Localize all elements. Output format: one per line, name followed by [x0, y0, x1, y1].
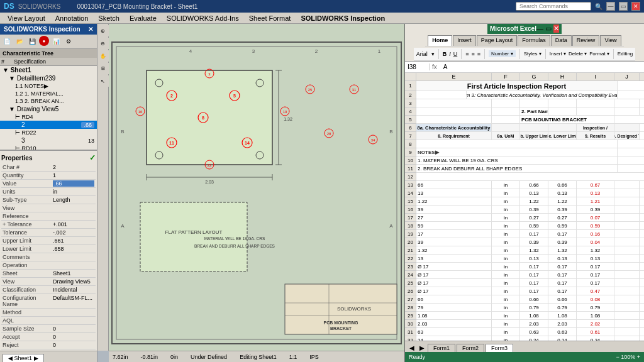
cell-3-h[interactable] [548, 99, 577, 107]
search-input[interactable] [516, 2, 591, 11]
tree-notes[interactable]: 1.1 NOTES▶ [0, 82, 97, 90]
align-left[interactable]: ≡ [465, 51, 469, 57]
cell-1-j[interactable] [618, 81, 644, 90]
excel-minimize[interactable]: — [536, 25, 543, 33]
cell-4-i[interactable] [577, 107, 614, 115]
sw-new-btn[interactable]: 📄 [1, 36, 13, 47]
ribbon-tab-data[interactable]: Data [551, 35, 572, 46]
underline-btn[interactable]: U [453, 51, 458, 57]
cell-5-i[interactable] [614, 116, 644, 123]
cell-styles[interactable]: Styles ▾ [524, 51, 541, 57]
val-59[interactable]: 59 [416, 222, 492, 229]
cell-3-i[interactable] [577, 99, 614, 107]
ribbon-tab-review[interactable]: Review [572, 35, 600, 46]
cell-10-j[interactable] [618, 165, 644, 172]
minimize-button[interactable]: — [606, 2, 615, 11]
cell-3-j[interactable] [614, 99, 640, 107]
sheet-nav-right[interactable]: ▶ [418, 344, 426, 352]
align-right[interactable]: ≡ [477, 51, 480, 57]
close-button[interactable]: ✕ [631, 2, 640, 11]
select-btn[interactable]: ↖ [97, 75, 109, 87]
restore-button[interactable]: ▭ [619, 2, 628, 11]
sw-balloon-btn[interactable]: ● [39, 36, 49, 46]
delete-btn[interactable]: Delete ▾ [569, 51, 587, 57]
menu-sw-inspection[interactable]: SOLIDWORKS Inspection [296, 13, 390, 24]
ribbon-tab-pagelayout[interactable]: Page Layout [477, 35, 518, 46]
val-o17d[interactable]: Ø 17 [416, 287, 492, 295]
tree-item-2[interactable]: 2 .66 [0, 121, 97, 129]
sw-export-btn[interactable]: 📊 [50, 36, 62, 47]
cell-3-f[interactable] [492, 99, 520, 107]
cell-3-e[interactable] [416, 99, 492, 107]
cell-4-f[interactable] [492, 107, 520, 115]
val-66[interactable]: 66 [416, 181, 492, 189]
cell-2-j[interactable] [618, 91, 644, 99]
tree-drawview5[interactable]: ▼ Drawing View5 [0, 105, 97, 113]
drawing-canvas[interactable]: SOLIDWORKS PCB MOUNTING BRACKET 2.03 [109, 24, 404, 362]
tree-item-3[interactable]: 3 13 [0, 136, 97, 145]
cell-5-f[interactable] [492, 116, 520, 123]
cell-8-e[interactable] [416, 140, 618, 148]
cell-4-j[interactable] [614, 107, 640, 115]
cell-11[interactable] [416, 173, 644, 180]
val-o17c[interactable]: Ø 17 [416, 279, 492, 287]
zoom-out-btn[interactable]: ⊖ [97, 38, 109, 49]
tree-material[interactable]: 1.2 1. MATERIAL... [0, 90, 97, 97]
tree-rd22[interactable]: ⊢ RD22 [0, 129, 97, 136]
menu-annotation[interactable]: Annotation [50, 13, 94, 24]
cell-22-j[interactable] [614, 263, 640, 270]
cell-2-e[interactable] [416, 91, 467, 99]
sw-open-btn[interactable]: 📂 [14, 36, 25, 47]
menu-sheet-format[interactable]: Sheet Format [244, 13, 296, 24]
ribbon-tab-view[interactable]: View [600, 35, 621, 46]
cell-reference[interactable]: I38 [408, 63, 430, 70]
ribbon-tab-formulas[interactable]: Formulas [518, 35, 550, 46]
zoom-in-btn[interactable]: ⊕ [97, 25, 109, 36]
val-17[interactable]: 17 [416, 230, 492, 238]
cell-17-j[interactable] [614, 222, 640, 229]
sw-panel-close[interactable]: ✕ [88, 26, 93, 33]
cell-26-j[interactable] [614, 295, 640, 303]
cell-14-j[interactable] [614, 197, 640, 205]
tree-rd4[interactable]: ⊢ RD4 [0, 113, 97, 121]
ribbon-tab-insert[interactable]: Insert [453, 35, 476, 46]
val-39b[interactable]: 39 [416, 238, 492, 246]
val-66b[interactable]: 66 [416, 295, 492, 303]
sheet-nav-left[interactable]: ◀ [408, 344, 416, 352]
cell-25-j[interactable] [614, 287, 640, 295]
sheet-tab-form2[interactable]: Form2 [457, 344, 484, 352]
cell-12-j[interactable] [614, 181, 640, 189]
align-center[interactable]: ≡ [471, 51, 474, 57]
sw-settings-btn[interactable]: ⚙ [63, 36, 74, 47]
cell-29-j[interactable] [614, 320, 640, 327]
cell-3-g[interactable] [520, 99, 548, 107]
cell-20-j[interactable] [614, 246, 640, 254]
tree-rd10[interactable]: ⊢ RD10 [0, 145, 97, 150]
val-24[interactable]: 24 [416, 336, 492, 341]
val-63[interactable]: 63 [416, 328, 492, 336]
val-13b[interactable]: 13 [416, 255, 492, 262]
val-27[interactable]: 27 [416, 214, 492, 221]
val-13[interactable]: 13 [416, 189, 492, 197]
bold-btn[interactable]: B [443, 51, 447, 57]
val-79[interactable]: 79 [416, 304, 492, 311]
excel-restore[interactable]: ▭ [545, 25, 552, 33]
format-btn[interactable]: Format ▾ [589, 51, 609, 57]
sw-save-btn[interactable]: 💾 [26, 36, 38, 47]
fit-btn[interactable]: ⊞ [97, 63, 109, 74]
cell-23-j[interactable] [614, 271, 640, 278]
cell-13-j[interactable] [614, 189, 640, 197]
ribbon-tab-home[interactable]: Home [428, 35, 452, 46]
italic-btn[interactable]: I [449, 51, 451, 57]
excel-close[interactable]: ✕ [553, 25, 559, 33]
val-o17[interactable]: Ø 17 [416, 263, 492, 270]
val-o17b[interactable]: Ø 17 [416, 271, 492, 278]
val-203[interactable]: 2.03 [416, 320, 492, 327]
menu-evaluate[interactable]: Evaluate [125, 13, 162, 24]
tree-break[interactable]: 1.3 2. BREAK AN... [0, 97, 97, 105]
cell-5-e[interactable] [416, 116, 492, 123]
tree-detail239[interactable]: ▼ DetailItem239 [0, 74, 97, 82]
number-format[interactable]: Number ▾ [489, 50, 516, 57]
sw-sheet1-tab[interactable]: ◀ Sheet1 ▶ [3, 354, 44, 362]
cell-21-j[interactable] [614, 255, 640, 262]
